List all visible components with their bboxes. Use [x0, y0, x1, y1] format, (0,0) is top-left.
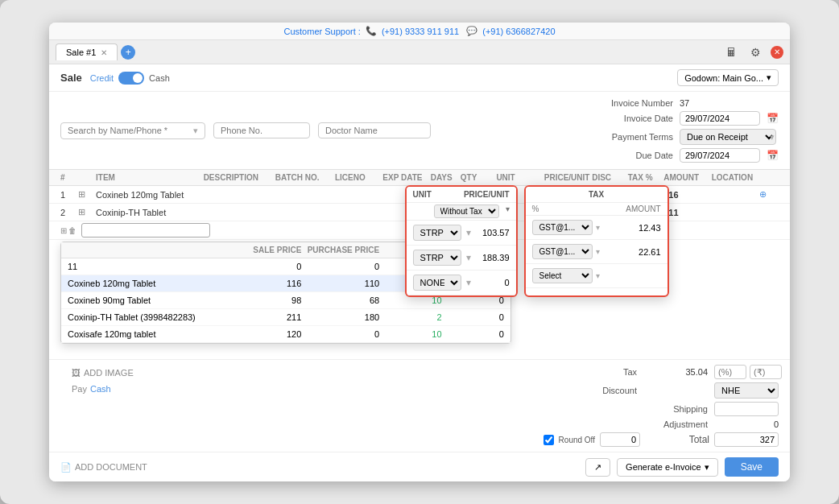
tax-select-3[interactable]: Select [532, 268, 593, 283]
support-label: Customer Support : [284, 27, 361, 36]
invoice-number-row: Invoice Number 37 [577, 98, 779, 108]
unit-select-1[interactable]: STRP [413, 225, 461, 241]
doc-icon: 📄 [60, 462, 72, 473]
new-item-input[interactable] [81, 223, 210, 238]
footer-buttons: 📄 ADD DOCUMENT ↗ Generate e-Invoice ▾ Sa… [49, 452, 790, 481]
chevron-down-icon: ▾ [193, 126, 198, 136]
dd-header-name [68, 246, 224, 254]
chevron-down-icon: ▾ [705, 462, 709, 473]
discount-type-select[interactable]: NHE [714, 382, 779, 399]
tax-percent-input[interactable] [714, 365, 746, 379]
total-input[interactable] [714, 432, 779, 447]
customer-search-input[interactable] [68, 126, 190, 135]
calculator-icon[interactable]: 🖩 [722, 43, 740, 61]
tab-close-icon[interactable]: ✕ [101, 48, 107, 57]
calendar-icon[interactable]: 📅 [767, 113, 779, 124]
add-image-label: ADD IMAGE [84, 368, 134, 378]
unit-chevron-icon: ▾ [466, 227, 471, 238]
unit-row: NONE ▾ 0 [407, 271, 516, 295]
tax-chevron-icon: ▾ [596, 247, 600, 256]
analytics-button[interactable]: ↗ [585, 458, 610, 477]
payment-terms-label: Payment Terms [577, 132, 673, 142]
tab-label: Sale #1 [66, 48, 96, 57]
col-amt: AMOUNT [663, 173, 711, 182]
close-icon[interactable]: ✕ [771, 46, 783, 59]
dd-item-purchase: 0 [301, 262, 379, 271]
total-label: Total [645, 434, 709, 445]
unit-label: UNIT [413, 190, 457, 199]
phone-input[interactable] [221, 126, 303, 135]
round-off-input[interactable] [600, 432, 640, 447]
tab-sale1[interactable]: Sale #1 ✕ [56, 43, 118, 60]
doctor-field[interactable] [318, 122, 431, 138]
einvoice-button[interactable]: Generate e-Invoice ▾ [617, 458, 718, 477]
adjustment-value: 0 [714, 419, 779, 429]
dd-item-name: Coxineb 90mg Tablet [68, 295, 224, 305]
add-document-button[interactable]: 📄 ADD DOCUMENT [60, 462, 147, 473]
dropdown-item[interactable]: Coxisafe 120mg tablet 120 0 10 0 [61, 326, 510, 343]
support-bar: Customer Support : 📞 (+91) 9333 911 911 … [49, 23, 790, 40]
price-type-select[interactable]: Without Tax [434, 204, 499, 218]
tax-amount-input[interactable] [750, 365, 782, 379]
calendar-icon[interactable]: 📅 [767, 150, 779, 161]
invoice-number-label: Invoice Number [577, 98, 673, 108]
unit-popup-header: UNIT PRICE/UNIT [407, 187, 516, 203]
table-header: # ITEM DESCRIPTION BATCH NO. LICENO EXP … [49, 169, 790, 186]
price-unit-label: PRICE/UNIT [464, 190, 510, 199]
tax-select-1[interactable]: GST@1... [532, 220, 593, 235]
tax-chevron-icon: ▾ [596, 271, 600, 280]
dd-item-stock: 10 [379, 329, 441, 339]
unit-popup: UNIT PRICE/UNIT Without Tax ▾ [405, 185, 518, 297]
dd-item-name: Coxisafe 120mg tablet [68, 329, 224, 339]
dd-header-purchase: PURCHASE PRICE [301, 246, 379, 254]
shipping-label: Shipping [643, 404, 708, 414]
due-date-input[interactable] [680, 148, 760, 163]
dropdown-item[interactable]: Coxinip-TH Tablet (3998482283) 211 180 2… [61, 309, 510, 326]
new-tab-button[interactable]: + [121, 45, 135, 60]
doctor-input[interactable] [325, 126, 424, 135]
row-icon: ⊞ [78, 189, 96, 200]
payment-terms-select[interactable]: Due on Receipt [680, 129, 776, 145]
delete-icon[interactable]: 🗑 [68, 226, 76, 235]
tab-bar: Sale #1 ✕ + 🖩 ⚙ ✕ [49, 40, 790, 64]
invoice-date-input[interactable] [680, 111, 760, 126]
customer-search-field[interactable]: ▾ [60, 122, 205, 139]
unit-select-2[interactable]: STRP [413, 250, 461, 266]
unit-popup-subheader: Without Tax ▾ [407, 203, 516, 221]
unit-select-3[interactable]: NONE [413, 275, 461, 291]
einvoice-label: Generate e-Invoice [626, 462, 701, 472]
credit-cash-toggle[interactable] [118, 72, 144, 85]
dd-item-name: Coxineb 120mg Tablet [68, 279, 224, 288]
tax-row: GST@1... ▾ 12.43 [526, 216, 667, 240]
unit-price-1: 103.57 [476, 228, 510, 238]
save-button[interactable]: Save [725, 457, 779, 477]
unit-spacer [413, 204, 428, 218]
dd-item-location: 0 [442, 329, 504, 339]
payment-toggle: Credit Cash [90, 72, 170, 85]
godown-button[interactable]: Godown: Main Go... ▾ [677, 69, 779, 86]
row-add-btn[interactable]: ⊕ [759, 189, 779, 200]
adjustment-row: Adjustment 0 [521, 419, 779, 429]
tax-percent-label: % [532, 204, 597, 213]
dd-item-purchase: 0 [301, 329, 379, 339]
phone1: (+91) 9333 911 911 [382, 27, 459, 36]
settings-icon[interactable]: ⚙ [746, 43, 764, 61]
col-desc: DESCRIPTION [204, 173, 275, 182]
col-price: PRICE/UNIT [544, 173, 592, 182]
godown-label: Godown: Main Go... [684, 73, 763, 83]
round-off-checkbox[interactable] [543, 435, 554, 445]
analytics-icon: ↗ [594, 462, 601, 473]
main-content: Sale Credit Cash Godown: Main Go... ▾ ▾ [49, 64, 790, 481]
tax-select-2[interactable]: GST@1... [532, 244, 593, 259]
add-doc-label: ADD DOCUMENT [75, 462, 147, 472]
add-image-button[interactable]: 🖼 ADD IMAGE [60, 365, 513, 381]
shipping-input[interactable] [714, 402, 779, 416]
col-exp: EXP DATE [382, 173, 430, 182]
col-days: DAYS [431, 173, 461, 182]
col-tax: TAX % [628, 173, 664, 182]
row-amount: 116 [663, 190, 711, 200]
tax-total-value: 35.04 [643, 367, 708, 377]
phone-field[interactable] [213, 122, 310, 138]
dd-item-sale: 211 [224, 312, 302, 322]
round-off-label: Round Off [559, 436, 595, 444]
